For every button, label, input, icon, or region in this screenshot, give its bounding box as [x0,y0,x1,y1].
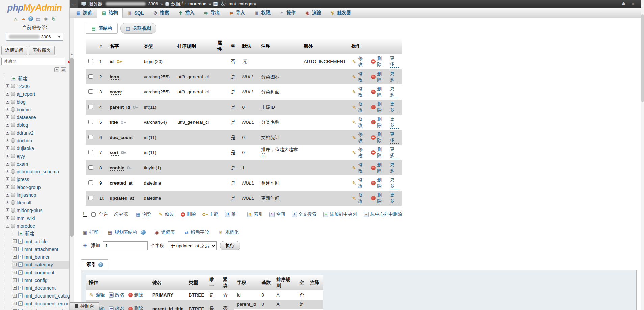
header-comment[interactable]: 注释 [259,38,301,54]
change-column-link[interactable]: 修改 [352,116,367,129]
more-actions-link[interactable]: 更多 [390,86,399,98]
check-all-checkbox[interactable] [91,212,96,217]
more-actions-link[interactable]: 更多 [390,192,399,204]
tree-item-table[interactable]: mnt_attachment [12,245,69,253]
tree-item-database[interactable]: mm_wiki [5,214,69,222]
settings-icon[interactable] [43,16,49,22]
change-column-link[interactable]: 修改 [352,101,367,113]
expand-icon[interactable] [13,247,17,251]
tree-item-database[interactable]: labor-group [5,183,69,191]
nav-tab[interactable]: 权限 [250,8,275,18]
structure-subtab[interactable]: 表结构 [86,23,118,34]
change-column-link[interactable]: 修改 [352,192,367,204]
expand-icon[interactable] [13,294,17,298]
expand-icon[interactable] [6,201,9,204]
expand-icon[interactable] [13,263,17,266]
sidebar-collapse-button[interactable]: ← [70,0,78,8]
header-type[interactable]: 类型 [141,38,175,54]
row-checkbox[interactable] [88,180,93,185]
more-actions-link[interactable]: 更多 [390,71,399,83]
more-actions-link[interactable]: 更多 [390,116,399,129]
add-field-count-input[interactable] [103,241,148,250]
expand-icon[interactable] [6,185,9,189]
expand-icon[interactable] [6,177,9,181]
nav-tab[interactable]: 插入 [174,8,199,18]
tree-item-database[interactable]: aj_report [5,90,69,98]
tree-item-database[interactable]: ddrunv2 [5,129,69,137]
filter-input[interactable] [1,58,65,65]
expand-icon[interactable] [6,154,9,158]
header-null[interactable]: 空 [228,38,240,54]
add-field-position-select[interactable]: 于 updated_at 之后 [168,241,217,250]
change-column-link[interactable]: 修改 [352,86,367,98]
row-checkbox[interactable] [88,59,93,63]
sidebar-panel-tab[interactable]: 表收藏夹 [29,46,55,55]
nav-tab[interactable]: 结构 [97,8,123,18]
with-selected-action[interactable]: 添加到中央列 [323,211,357,217]
expand-icon[interactable] [6,139,9,142]
change-column-link[interactable]: 修改 [352,162,367,174]
more-actions-link[interactable]: 更多 [390,162,399,174]
tree-item-table[interactable]: mnt_config [12,276,69,284]
tree-item-database[interactable]: box-im [5,106,69,113]
rename-index-link[interactable]: 改名 [109,306,124,310]
tree-item-database[interactable]: mldong-plus [5,206,69,214]
expand-icon[interactable] [13,255,17,259]
more-actions-link[interactable]: 更多 [390,177,399,189]
help-icon[interactable] [141,230,146,235]
tree-item-database[interactable]: blog [5,98,69,106]
with-selected-action[interactable]: 唯一 [225,211,240,217]
tree-item-database-expanded[interactable]: moredoc [5,222,69,230]
with-selected-action[interactable]: 空间 [269,211,285,217]
expand-icon[interactable] [13,278,17,282]
tree-item-database[interactable]: dataease [5,113,69,121]
row-checkbox[interactable] [88,74,93,79]
expand-icon[interactable] [13,302,17,305]
change-column-link[interactable]: 修改 [352,147,367,159]
change-column-link[interactable]: 修改 [352,132,367,144]
tree-item-table[interactable]: mnt_document [12,284,69,292]
expand-icon[interactable] [6,170,9,173]
expand-icon[interactable] [6,100,9,104]
header-attributes[interactable]: 属性 [215,38,228,54]
gear-icon[interactable] [621,1,626,7]
drop-column-link[interactable]: 删除 [371,71,385,83]
more-actions-link[interactable]: 更多 [390,101,399,113]
row-checkbox[interactable] [88,196,93,200]
drop-column-link[interactable]: 删除 [371,192,385,204]
breadcrumb-database-link[interactable]: moredoc [188,1,206,6]
sidebar-scrollbar-thumb[interactable] [70,58,74,237]
structure-tool-link[interactable]: 规划表结构 [107,229,146,235]
structure-tool-link[interactable]: 追踪表 [154,229,175,235]
expand-icon[interactable] [6,162,9,166]
expand-icon[interactable] [13,271,17,274]
home-icon[interactable] [13,16,18,22]
help-icon[interactable] [98,262,103,267]
with-selected-action[interactable]: 索引 [247,211,263,217]
nav-tab[interactable]: SQL [123,8,148,18]
drop-column-link[interactable]: 删除 [371,147,385,159]
tree-item-database[interactable]: dujiaoka [5,144,69,152]
drop-index-link[interactable]: 删除 [128,306,143,310]
expand-icon[interactable] [6,115,9,119]
drop-column-link[interactable]: 删除 [371,177,385,189]
console-bar[interactable]: 控制台 [70,302,99,310]
drop-column-link[interactable]: 删除 [371,162,385,174]
change-column-link[interactable]: 修改 [352,177,367,189]
scroll-up-icon[interactable]: ▲ [70,52,73,56]
tree-item-database[interactable]: information_schema [5,168,69,175]
tree-item-table[interactable]: mnt_banner [12,253,69,261]
expand-icon[interactable] [6,193,9,197]
structure-tool-link[interactable]: 移动字段 [184,229,209,235]
with-selected-action[interactable]: 删除 [181,211,196,217]
tree-item-database[interactable]: litemall [5,199,69,206]
drop-column-link[interactable]: 删除 [371,132,385,144]
drop-column-link[interactable]: 删除 [371,56,385,68]
link-icon[interactable]: ∞ [61,67,66,72]
expand-icon[interactable] [6,84,9,88]
server-port[interactable]: 3306 [148,1,158,6]
breadcrumb-table-link[interactable]: mnt_category [228,1,256,6]
tree-item-database[interactable]: 12306 [5,82,69,90]
row-checkbox[interactable] [88,120,93,124]
expand-icon[interactable] [6,208,9,212]
